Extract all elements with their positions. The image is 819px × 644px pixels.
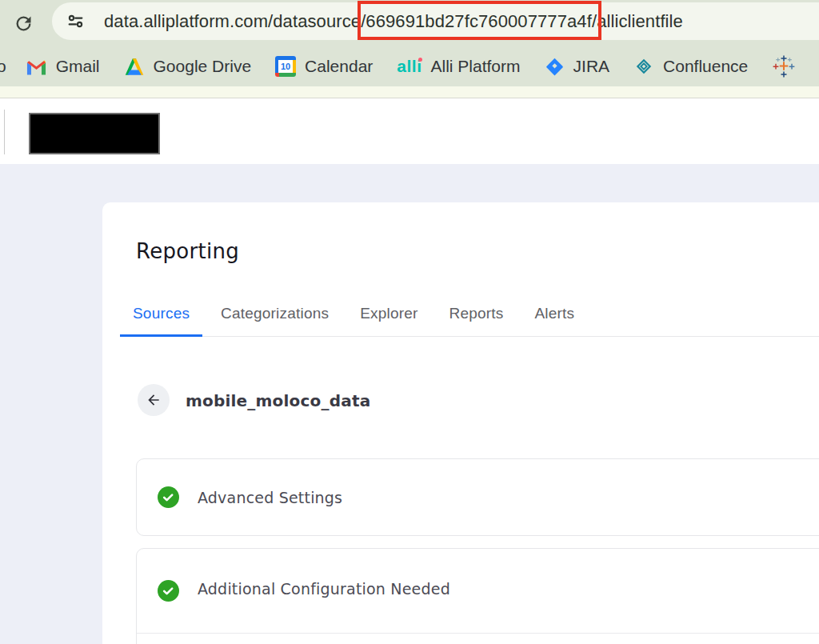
source-name: mobile_moloco_data — [186, 391, 370, 410]
bookmark-gmail[interactable]: Gmail — [26, 57, 100, 76]
page-title: Reporting — [136, 239, 239, 263]
url-text[interactable]: data.alliplatform.com/datasource/669691b… — [104, 11, 683, 32]
calendar-icon: 10 — [275, 56, 296, 77]
address-bar[interactable]: data.alliplatform.com/datasource/669691b… — [52, 2, 819, 40]
tab-reports[interactable]: Reports — [437, 293, 517, 336]
arrow-left-icon — [146, 392, 162, 408]
header-edge-divider — [4, 110, 5, 154]
bookmarks-bar-lower-strip — [0, 86, 819, 98]
tab-bar: Sources Categorizations Explorer Reports… — [120, 293, 819, 337]
bookmark-partial-left[interactable]: o — [0, 57, 6, 76]
bookmark-alli-platform[interactable]: alli Alli Platform — [397, 57, 520, 76]
bookmarks-bar: o Gmail Google Drive 10 Calendar alli Al… — [0, 46, 819, 86]
section-advanced-settings[interactable]: Advanced Settings — [136, 458, 819, 536]
section-inner-divider — [137, 633, 819, 634]
reload-button[interactable] — [10, 10, 37, 37]
check-circle-icon — [158, 486, 179, 508]
tab-sources[interactable]: Sources — [120, 293, 202, 336]
url-prefix: data.alliplatform.com/datasource — [104, 11, 361, 31]
alli-logo-icon: alli — [397, 57, 421, 76]
bookmark-google-drive[interactable]: Google Drive — [124, 57, 252, 76]
tab-categorizations[interactable]: Categorizations — [208, 293, 342, 336]
tableau-icon — [772, 54, 796, 78]
browser-toolbar: data.alliplatform.com/datasource/669691b… — [0, 0, 819, 46]
site-header: e — [0, 99, 819, 164]
google-drive-icon — [124, 58, 145, 76]
bookmark-calendar[interactable]: 10 Calendar — [275, 56, 373, 77]
bookmark-tableau-partial[interactable] — [772, 54, 796, 78]
site-settings-icon[interactable] — [66, 11, 86, 31]
tab-explorer[interactable]: Explorer — [347, 293, 430, 336]
url-highlighted-id: /669691bd27fc760007777a4f/ — [361, 11, 597, 31]
bookmark-confluence[interactable]: Confluence — [633, 56, 748, 77]
redacted-logo-box — [29, 113, 160, 154]
reload-icon — [13, 13, 34, 34]
bookmark-jira[interactable]: JIRA — [545, 57, 610, 77]
gmail-icon — [26, 58, 47, 75]
check-circle-icon — [158, 580, 179, 602]
section-additional-configuration[interactable]: Additional Configuration Needed — [136, 548, 819, 644]
section-label: Additional Configuration Needed — [198, 580, 450, 598]
section-label: Advanced Settings — [198, 489, 342, 506]
back-button[interactable] — [138, 384, 170, 416]
calendar-day-number: 10 — [275, 60, 296, 73]
tab-alerts[interactable]: Alerts — [521, 293, 587, 336]
reporting-panel: Reporting Sources Categorizations Explor… — [102, 202, 819, 644]
url-suffix: alliclientfile — [597, 11, 683, 31]
confluence-icon — [633, 56, 654, 77]
jira-icon — [545, 57, 565, 77]
